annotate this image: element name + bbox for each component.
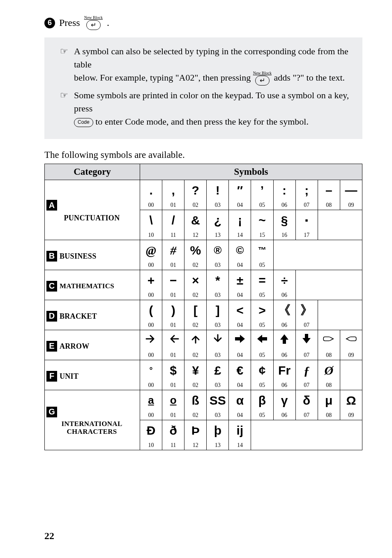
symbol-glyph: ß xyxy=(184,390,207,411)
symbol-glyph: ¿ xyxy=(207,210,229,231)
symbol-glyph: ÷ xyxy=(273,270,295,291)
symbol-code: 09 xyxy=(340,351,362,360)
arrow-left-solid-icon xyxy=(251,330,273,351)
arrow-up-solid-icon xyxy=(273,330,295,351)
symbol-code: 06 xyxy=(273,201,295,210)
note-1: ☞ A symbol can also be selected by typin… xyxy=(60,45,353,86)
symbol-code: 10 xyxy=(140,231,162,240)
symbol-glyph: * xyxy=(207,270,229,291)
symbol-code: 04 xyxy=(229,291,251,300)
symbol-glyph: @ xyxy=(140,240,162,261)
category-cell-punctuation: A PUNCTUATION xyxy=(45,180,140,240)
symbol-glyph: $ xyxy=(162,360,184,381)
symbol-glyph: — xyxy=(340,180,362,201)
symbol-code: 03 xyxy=(207,411,229,420)
symbol-code: 01 xyxy=(162,261,184,270)
header-category: Category xyxy=(45,164,140,180)
empty-cell xyxy=(340,360,362,390)
category-name: INTERNATIONAL CHARACTERS xyxy=(46,420,137,436)
symbol-glyph: < xyxy=(229,300,251,321)
category-name: BUSINESS xyxy=(60,252,96,261)
symbol-code: 09 xyxy=(340,201,362,210)
symbol-glyph: [ xyxy=(184,300,207,321)
symbol-glyph: γ xyxy=(273,390,295,411)
category-name: UNIT xyxy=(60,372,78,381)
category-letter: E xyxy=(46,341,57,352)
step-number-badge: 6 xyxy=(44,18,55,28)
symbol-glyph: ? xyxy=(184,180,207,201)
enter-key-icon: New Block ↵ xyxy=(84,16,103,30)
symbol-code: 05 xyxy=(251,321,273,330)
symbol-glyph: ™ xyxy=(251,240,273,261)
symbol-glyph: £ xyxy=(207,360,229,381)
symbol-glyph: 《 xyxy=(273,300,295,321)
category-name: BRACKET xyxy=(60,312,97,321)
symbol-code: 03 xyxy=(207,321,229,330)
code-key-icon: Code xyxy=(74,118,93,127)
header-symbols: Symbols xyxy=(140,164,362,180)
symbol-glyph: Ð xyxy=(140,420,162,441)
symbol-code: 07 xyxy=(295,381,318,390)
symbol-code: 12 xyxy=(184,441,207,450)
symbol-code: 08 xyxy=(318,381,340,390)
note-1-line-2b: adds "?" to the text. xyxy=(274,72,345,83)
symbol-code: 05 xyxy=(251,411,273,420)
symbol-glyph: € xyxy=(229,360,251,381)
note-1-line-1: A symbol can also be selected by typing … xyxy=(74,45,353,71)
symbol-glyph: \ xyxy=(140,210,162,231)
category-cell-mathematics: C MATHEMATICS xyxy=(45,270,140,300)
symbol-code: 04 xyxy=(229,321,251,330)
symbol-code: 12 xyxy=(184,231,207,240)
intro-text: The following symbols are available. xyxy=(44,150,362,160)
symbol-glyph: o xyxy=(162,390,184,411)
note-2-line-2: to enter Code mode, and then press the k… xyxy=(95,116,309,127)
symbol-code: 06 xyxy=(273,321,295,330)
enter-key-icon: New Block ↵ xyxy=(253,71,272,86)
symbol-glyph: > xyxy=(251,300,273,321)
empty-cell xyxy=(295,270,362,300)
category-cell-bracket: D BRACKET xyxy=(45,300,140,330)
symbol-code: 04 xyxy=(229,381,251,390)
symbol-glyph: = xyxy=(251,270,273,291)
category-name: ARROW xyxy=(60,342,90,351)
symbol-glyph: μ xyxy=(318,390,340,411)
symbol-code: 16 xyxy=(273,231,295,240)
symbol-glyph: & xyxy=(184,210,207,231)
empty-cell xyxy=(251,420,362,450)
symbol-code: 08 xyxy=(318,351,340,360)
symbol-code: 00 xyxy=(140,201,162,210)
symbol-glyph: a xyxy=(140,390,162,411)
arrow-down-solid-icon xyxy=(295,330,318,351)
symbol-code: 05 xyxy=(251,381,273,390)
notes-box: ☞ A symbol can also be selected by typin… xyxy=(44,37,362,139)
step-text: Press xyxy=(59,17,80,28)
symbol-glyph: þ xyxy=(207,420,229,441)
empty-cell xyxy=(318,210,362,240)
symbol-code: 05 xyxy=(251,291,273,300)
symbol-code: 15 xyxy=(251,231,273,240)
symbol-code: 07 xyxy=(295,411,318,420)
symbol-code: 03 xyxy=(207,201,229,210)
symbol-glyph: Fr xyxy=(273,360,295,381)
symbol-glyph: β xyxy=(251,390,273,411)
symbol-glyph: ) xyxy=(162,300,184,321)
symbol-code: 14 xyxy=(229,231,251,240)
symbol-glyph: , xyxy=(162,180,184,201)
symbol-code: 13 xyxy=(207,231,229,240)
symbol-code: 14 xyxy=(229,441,251,450)
symbol-code: 01 xyxy=(162,351,184,360)
category-letter: G xyxy=(46,407,57,417)
symbol-code: 13 xyxy=(207,441,229,450)
symbol-glyph: ĳ xyxy=(229,420,251,441)
symbol-code: 04 xyxy=(229,261,251,270)
symbol-code: 01 xyxy=(162,321,184,330)
symbol-glyph: : xyxy=(273,180,295,201)
symbol-code: 07 xyxy=(295,201,318,210)
symbol-code: 06 xyxy=(273,291,295,300)
step-line: 6 Press New Block ↵ . xyxy=(44,16,362,30)
category-letter: D xyxy=(46,311,57,322)
symbol-code: 08 xyxy=(318,411,340,420)
symbol-code: 01 xyxy=(162,201,184,210)
symbol-code: 00 xyxy=(140,351,162,360)
symbol-glyph: / xyxy=(162,210,184,231)
